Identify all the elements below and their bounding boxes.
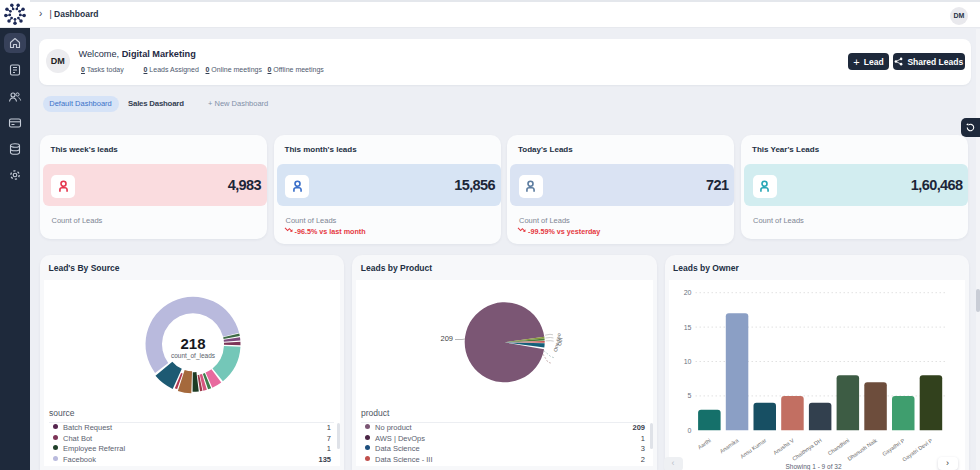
svg-text:15: 15 [683,323,691,330]
svg-text:5: 5 [687,392,691,399]
svg-text:Oth: Oth [556,337,564,346]
svg-text:20: 20 [683,289,691,296]
svg-text:Chandhini: Chandhini [826,437,850,456]
svg-text:209: 209 [441,333,454,342]
svg-text:Aarthi: Aarthi [696,437,711,450]
svg-text:Gayathri P: Gayathri P [881,437,906,457]
svg-text:Gayatri Devi P: Gayatri Devi P [901,437,934,462]
svg-text:Anamika: Anamika [718,436,740,454]
svg-text:Dhanush Naik: Dhanush Naik [846,437,878,462]
svg-text:Anusha V: Anusha V [772,437,795,456]
svg-text:0: 0 [687,426,691,433]
svg-text:10: 10 [683,358,691,365]
svg-text:Chaithnya DH: Chaithnya DH [791,437,823,462]
svg-text:Ansu Kumar: Ansu Kumar [739,437,767,459]
